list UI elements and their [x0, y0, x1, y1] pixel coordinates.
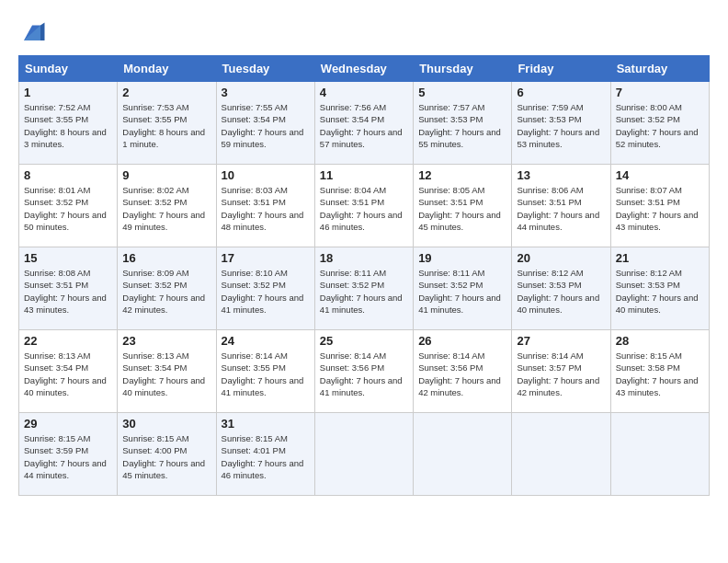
calendar-cell: 2Sunrise: 7:53 AMSunset: 3:55 PMDaylight…	[118, 82, 216, 165]
calendar-cell: 20Sunrise: 8:12 AMSunset: 3:53 PMDayligh…	[512, 247, 610, 330]
day-number: 26	[418, 334, 506, 348]
header-tuesday: Tuesday	[216, 56, 314, 82]
day-number: 18	[320, 251, 408, 265]
calendar-cell	[414, 413, 512, 496]
day-number: 4	[320, 86, 408, 99]
day-info: Sunrise: 8:05 AMSunset: 3:51 PMDaylight:…	[418, 184, 506, 233]
calendar-cell: 18Sunrise: 8:11 AMSunset: 3:52 PMDayligh…	[314, 247, 413, 330]
calendar-cell	[314, 413, 413, 496]
calendar-cell	[512, 413, 610, 496]
calendar-cell: 21Sunrise: 8:12 AMSunset: 3:53 PMDayligh…	[610, 247, 709, 330]
day-info: Sunrise: 8:04 AMSunset: 3:51 PMDaylight:…	[320, 184, 408, 233]
calendar-cell: 3Sunrise: 7:55 AMSunset: 3:54 PMDaylight…	[216, 82, 314, 165]
day-number: 3	[222, 86, 310, 99]
calendar-cell: 23Sunrise: 8:13 AMSunset: 3:54 PMDayligh…	[118, 330, 216, 413]
logo	[18, 18, 50, 46]
day-number: 13	[517, 168, 605, 182]
calendar-cell: 12Sunrise: 8:05 AMSunset: 3:51 PMDayligh…	[414, 165, 512, 247]
day-info: Sunrise: 8:03 AMSunset: 3:51 PMDaylight:…	[222, 184, 310, 233]
day-info: Sunrise: 8:09 AMSunset: 3:52 PMDaylight:…	[122, 267, 210, 316]
page-header	[18, 18, 710, 46]
day-number: 25	[320, 334, 408, 348]
day-number: 29	[24, 417, 112, 431]
day-number: 12	[418, 168, 506, 182]
day-number: 1	[24, 86, 112, 99]
day-info: Sunrise: 8:15 AMSunset: 3:58 PMDaylight:…	[616, 350, 704, 398]
day-info: Sunrise: 8:10 AMSunset: 3:52 PMDaylight:…	[222, 267, 310, 316]
calendar-cell: 6Sunrise: 7:59 AMSunset: 3:53 PMDaylight…	[512, 82, 610, 165]
day-info: Sunrise: 8:06 AMSunset: 3:51 PMDaylight:…	[517, 184, 605, 233]
day-info: Sunrise: 8:13 AMSunset: 3:54 PMDaylight:…	[24, 350, 112, 398]
calendar-table: SundayMondayTuesdayWednesdayThursdayFrid…	[18, 55, 710, 496]
calendar-week-row: 22Sunrise: 8:13 AMSunset: 3:54 PMDayligh…	[19, 330, 710, 413]
day-number: 2	[122, 86, 210, 99]
day-info: Sunrise: 8:14 AMSunset: 3:56 PMDaylight:…	[418, 350, 506, 398]
day-number: 7	[616, 86, 704, 99]
calendar-cell: 30Sunrise: 8:15 AMSunset: 4:00 PMDayligh…	[118, 413, 216, 496]
day-info: Sunrise: 8:13 AMSunset: 3:54 PMDaylight:…	[122, 350, 210, 398]
calendar-cell: 10Sunrise: 8:03 AMSunset: 3:51 PMDayligh…	[216, 165, 314, 247]
header-sunday: Sunday	[19, 56, 118, 82]
day-info: Sunrise: 7:56 AMSunset: 3:54 PMDaylight:…	[320, 101, 408, 150]
calendar-cell: 31Sunrise: 8:15 AMSunset: 4:01 PMDayligh…	[216, 413, 314, 496]
day-number: 21	[616, 251, 704, 265]
day-number: 14	[616, 168, 704, 182]
day-info: Sunrise: 8:02 AMSunset: 3:52 PMDaylight:…	[122, 184, 210, 233]
day-info: Sunrise: 8:15 AMSunset: 3:59 PMDaylight:…	[24, 432, 112, 481]
day-info: Sunrise: 8:11 AMSunset: 3:52 PMDaylight:…	[418, 267, 506, 316]
day-number: 23	[122, 334, 210, 348]
day-info: Sunrise: 8:14 AMSunset: 3:57 PMDaylight:…	[517, 350, 605, 398]
calendar-cell: 13Sunrise: 8:06 AMSunset: 3:51 PMDayligh…	[512, 165, 610, 247]
calendar-cell: 11Sunrise: 8:04 AMSunset: 3:51 PMDayligh…	[314, 165, 413, 247]
svg-marker-2	[40, 23, 45, 41]
calendar-cell: 14Sunrise: 8:07 AMSunset: 3:51 PMDayligh…	[610, 165, 709, 247]
day-number: 5	[418, 86, 506, 99]
calendar-cell: 22Sunrise: 8:13 AMSunset: 3:54 PMDayligh…	[19, 330, 118, 413]
header-wednesday: Wednesday	[314, 56, 413, 82]
day-info: Sunrise: 8:01 AMSunset: 3:52 PMDaylight:…	[24, 184, 112, 233]
day-number: 24	[222, 334, 310, 348]
calendar-cell: 26Sunrise: 8:14 AMSunset: 3:56 PMDayligh…	[414, 330, 512, 413]
calendar-cell: 16Sunrise: 8:09 AMSunset: 3:52 PMDayligh…	[118, 247, 216, 330]
calendar-header-row: SundayMondayTuesdayWednesdayThursdayFrid…	[19, 56, 710, 82]
day-info: Sunrise: 8:07 AMSunset: 3:51 PMDaylight:…	[616, 184, 704, 233]
calendar-cell: 1Sunrise: 7:52 AMSunset: 3:55 PMDaylight…	[19, 82, 118, 165]
day-info: Sunrise: 8:08 AMSunset: 3:51 PMDaylight:…	[24, 267, 112, 316]
calendar-cell: 8Sunrise: 8:01 AMSunset: 3:52 PMDaylight…	[19, 165, 118, 247]
day-info: Sunrise: 7:57 AMSunset: 3:53 PMDaylight:…	[418, 101, 506, 150]
day-number: 6	[517, 86, 605, 99]
day-number: 17	[222, 251, 310, 265]
calendar-cell: 28Sunrise: 8:15 AMSunset: 3:58 PMDayligh…	[610, 330, 709, 413]
day-number: 31	[222, 417, 310, 431]
calendar-cell: 7Sunrise: 8:00 AMSunset: 3:52 PMDaylight…	[610, 82, 709, 165]
calendar-cell: 15Sunrise: 8:08 AMSunset: 3:51 PMDayligh…	[19, 247, 118, 330]
day-info: Sunrise: 8:11 AMSunset: 3:52 PMDaylight:…	[320, 267, 408, 316]
day-number: 22	[24, 334, 112, 348]
day-number: 11	[320, 168, 408, 182]
day-number: 8	[24, 168, 112, 182]
calendar-cell: 24Sunrise: 8:14 AMSunset: 3:55 PMDayligh…	[216, 330, 314, 413]
day-info: Sunrise: 7:53 AMSunset: 3:55 PMDaylight:…	[122, 101, 210, 150]
header-saturday: Saturday	[610, 56, 709, 82]
day-info: Sunrise: 8:14 AMSunset: 3:55 PMDaylight:…	[222, 350, 310, 398]
day-info: Sunrise: 8:00 AMSunset: 3:52 PMDaylight:…	[616, 101, 704, 150]
day-number: 28	[616, 334, 704, 348]
day-number: 16	[122, 251, 210, 265]
calendar-cell: 4Sunrise: 7:56 AMSunset: 3:54 PMDaylight…	[314, 82, 413, 165]
day-info: Sunrise: 7:59 AMSunset: 3:53 PMDaylight:…	[517, 101, 605, 150]
calendar-week-row: 1Sunrise: 7:52 AMSunset: 3:55 PMDaylight…	[19, 82, 710, 165]
day-number: 27	[517, 334, 605, 348]
calendar-week-row: 15Sunrise: 8:08 AMSunset: 3:51 PMDayligh…	[19, 247, 710, 330]
day-info: Sunrise: 8:12 AMSunset: 3:53 PMDaylight:…	[616, 267, 704, 316]
day-number: 19	[418, 251, 506, 265]
day-info: Sunrise: 8:15 AMSunset: 4:00 PMDaylight:…	[122, 432, 210, 481]
logo-icon	[18, 18, 46, 46]
day-number: 20	[517, 251, 605, 265]
calendar-cell: 9Sunrise: 8:02 AMSunset: 3:52 PMDaylight…	[118, 165, 216, 247]
day-number: 30	[122, 417, 210, 431]
day-info: Sunrise: 8:14 AMSunset: 3:56 PMDaylight:…	[320, 350, 408, 398]
day-info: Sunrise: 8:15 AMSunset: 4:01 PMDaylight:…	[222, 432, 310, 481]
day-info: Sunrise: 7:55 AMSunset: 3:54 PMDaylight:…	[222, 101, 310, 150]
calendar-cell: 27Sunrise: 8:14 AMSunset: 3:57 PMDayligh…	[512, 330, 610, 413]
calendar-cell	[610, 413, 709, 496]
